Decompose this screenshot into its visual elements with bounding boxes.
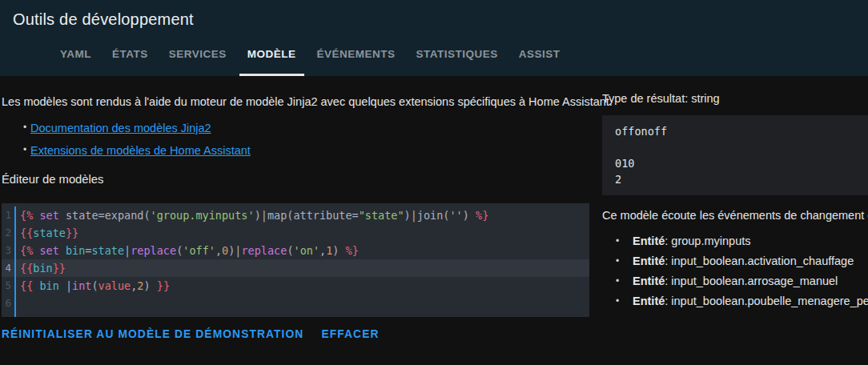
line-number: 4 [2,259,14,277]
code-token: %} [346,244,359,257]
code-token: ( [91,279,98,292]
page-title: Outils de développement [13,0,868,29]
tab-etats[interactable]: ÉTATS [104,34,156,76]
code-token [59,244,66,257]
event-listen-text: Ce modèle écoute les événements de chang… [602,209,868,222]
result-type-label: Type de résultat: string [602,92,868,105]
ha-extensions-link[interactable]: Extensions de modèles de Home Assistant [30,144,251,157]
template-intro: Les modèles sont rendus à l'aide du mote… [2,95,589,108]
app-root: Outils de développement YAMLÉTATSSERVICE… [0,0,868,342]
code-token: set [39,244,58,257]
code-token: ) [463,209,476,222]
code-token: 0 [222,244,228,257]
jinja2-doc-link[interactable]: Documentation des modèles Jinja2 [30,122,211,134]
code-token: '' [449,209,462,222]
code-token: value [98,279,131,292]
result-output: offonoff 010 2 [602,115,868,195]
editor-line-1: 1{% set state=expand('group.myinputs')|m… [2,207,589,224]
code-token: bin [66,244,85,257]
code-token: ) [144,279,157,292]
doc-links-list: Documentation des modèles Jinja2Extensio… [2,117,589,162]
code-line: {{ bin |int(value,2) }} [16,277,170,295]
code-token: , [319,244,326,257]
result-panel: Type de résultat: string offonoff 010 2 … [602,92,868,342]
tab-evenements[interactable]: ÉVÉNEMENTS [309,34,404,76]
code-line: {% set bin=state|replace('off',0)|replac… [16,242,359,259]
line-number: 2 [2,224,14,242]
code-token: {% [20,244,39,257]
code-line: {% set state=expand('group.myinputs')|ma… [16,207,488,224]
editor-empty-space [2,312,589,317]
code-token: {{ [20,262,33,275]
code-token: state [91,244,124,257]
tab-bar: YAMLÉTATSSERVICESMODÈLEÉVÉNEMENTSSTATIST… [52,34,868,76]
tab-modele[interactable]: MODÈLE [239,34,304,76]
editor-line-3: 3{% set bin=state|replace('off',0)|repla… [2,242,589,259]
code-token: bin [39,279,58,292]
doc-link-item: Extensions de modèles de Home Assistant [2,139,589,162]
line-number [2,312,14,317]
code-token: | [59,279,72,292]
code-token: ) [332,244,345,257]
code-token: replace [241,244,287,257]
doc-link-item: Documentation des modèles Jinja2 [2,117,589,139]
line-number: 6 [2,295,14,312]
entity-item: Entité: input_boolean.poubelle_menagere_… [602,291,868,311]
code-token: }} [53,262,66,275]
entity-item: Entité: input_boolean.arrosage_manuel [602,271,868,291]
template-panel: Les modèles sont rendus à l'aide du mote… [2,92,589,342]
code-token: 'group.myinputs' [151,209,255,222]
code-token: state [33,227,66,239]
reset-demo-button[interactable]: RÉINITIALISER AU MODÈLE DE DÉMONSTRATION [2,327,303,342]
line-number: 3 [2,242,14,259]
code-token: 2 [137,279,143,292]
code-token: state=expand( [59,209,151,222]
tab-yaml[interactable]: YAML [52,34,99,76]
code-line: {{state}} [16,224,78,242]
entity-label: Entité [633,235,665,247]
entity-item: Entité: group.myinputs [602,231,868,251]
tab-assist[interactable]: ASSIST [511,34,569,76]
code-token: | [124,244,131,257]
code-token: bin [33,262,52,275]
code-token: {{ [20,227,33,239]
code-token: set [39,209,58,222]
code-token: replace [131,244,176,257]
tab-statistiques[interactable]: STATISTIQUES [408,34,506,76]
line-number: 5 [2,277,14,295]
code-token: )|join( [404,209,450,222]
template-editor-label: Éditeur de modèles [2,173,589,186]
code-token: ( [287,244,293,257]
editor-line-4: 4{{bin}} [2,259,589,277]
code-token: )| [228,244,241,257]
entity-label: Entité [633,255,665,267]
code-line: {{bin}} [16,259,66,277]
code-line [16,295,20,312]
template-editor[interactable]: 1{% set state=expand('group.myinputs')|m… [2,203,589,317]
code-token: "state" [359,209,404,222]
code-token: }} [157,279,170,292]
code-line [16,312,20,317]
code-token: 'on' [294,244,320,257]
code-token: {{ [20,279,39,292]
line-number: 1 [2,207,14,224]
code-token: }} [66,227,78,239]
tab-services[interactable]: SERVICES [161,34,235,76]
editor-line-5: 5{{ bin |int(value,2) }} [2,277,589,295]
clear-button[interactable]: EFFACER [321,327,379,342]
entity-label: Entité [633,295,665,307]
main-content: Les modèles sont rendus à l'aide du mote… [0,76,868,342]
editor-actions: RÉINITIALISER AU MODÈLE DE DÉMONSTRATION… [2,327,589,342]
entity-item: Entité: input_boolean.activation_chauffa… [602,251,868,271]
code-token: 'off' [183,244,215,257]
code-token: )|map(attribute= [255,209,359,222]
editor-line-2: 2{{state}} [2,224,589,242]
code-token: , [215,244,222,257]
code-token: int [72,279,91,292]
app-header: Outils de développement YAMLÉTATSSERVICE… [0,0,868,76]
entity-label: Entité [633,275,665,287]
code-token: %} [476,209,488,222]
editor-line-6: 6 [2,295,589,312]
code-token: {% [20,209,39,222]
entity-list: Entité: group.myinputsEntité: input_bool… [602,231,868,311]
